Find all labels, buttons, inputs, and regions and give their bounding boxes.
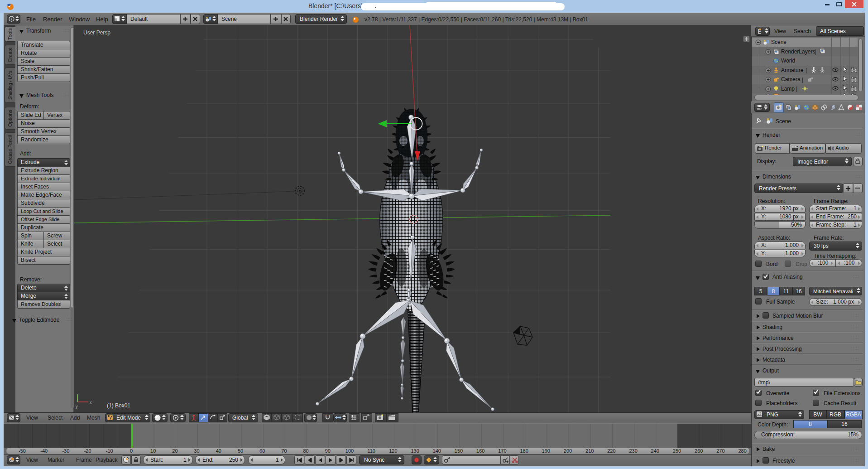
svg-text:240: 240 xyxy=(651,448,659,454)
svg-text:90: 90 xyxy=(325,448,331,454)
svg-text:210: 210 xyxy=(585,448,594,454)
svg-text:y: y xyxy=(76,404,78,409)
svg-text:60: 60 xyxy=(259,448,265,454)
svg-text:-10: -10 xyxy=(106,448,113,454)
svg-text:200: 200 xyxy=(564,448,572,454)
svg-text:150: 150 xyxy=(455,448,463,454)
svg-text:120: 120 xyxy=(389,448,397,454)
svg-text:160: 160 xyxy=(476,448,484,454)
svg-text:220: 220 xyxy=(607,448,615,454)
svg-text:70: 70 xyxy=(281,448,287,454)
svg-text:x: x xyxy=(90,400,92,405)
svg-text:80: 80 xyxy=(303,448,308,454)
svg-text:140: 140 xyxy=(433,448,441,454)
svg-text:130: 130 xyxy=(411,448,419,454)
svg-text:30: 30 xyxy=(194,448,199,454)
svg-text:100: 100 xyxy=(345,448,354,454)
svg-text:110: 110 xyxy=(367,448,375,454)
svg-text:230: 230 xyxy=(629,448,637,454)
svg-text:-40: -40 xyxy=(40,448,48,454)
svg-text:250: 250 xyxy=(673,448,681,454)
svg-text:190: 190 xyxy=(542,448,550,454)
svg-text:-30: -30 xyxy=(62,448,69,454)
svg-text:i: i xyxy=(11,17,12,21)
svg-text:260: 260 xyxy=(695,448,703,454)
svg-text:50: 50 xyxy=(238,448,243,454)
svg-text:170: 170 xyxy=(498,448,506,454)
svg-text:-20: -20 xyxy=(84,448,91,454)
svg-text:280: 280 xyxy=(738,448,746,454)
svg-text:180: 180 xyxy=(520,448,528,454)
svg-text:-50: -50 xyxy=(19,448,26,454)
svg-text:0: 0 xyxy=(130,448,133,454)
svg-text:40: 40 xyxy=(216,448,221,454)
svg-text:20: 20 xyxy=(172,448,177,454)
svg-text:10: 10 xyxy=(150,448,156,454)
svg-text:270: 270 xyxy=(716,448,724,454)
